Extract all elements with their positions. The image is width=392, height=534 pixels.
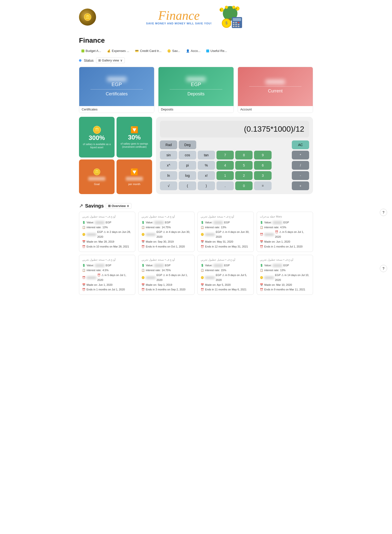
overview-button[interactable]: ⊞ Overview ∨ bbox=[106, 203, 131, 209]
saving-6-value-row: 💲 Value: EGP bbox=[141, 263, 191, 268]
saving-card-5[interactable]: أودع ف • نسخة جطبول تجريي 💲 Value: EGP 📋… bbox=[79, 255, 135, 295]
saving-3-interest: interest rate: bbox=[205, 225, 220, 230]
saving-8-value-row: 💲 Value: EGP bbox=[260, 263, 310, 268]
status-indicator bbox=[79, 59, 81, 62]
calc-pi-button[interactable]: pi bbox=[179, 161, 196, 170]
saving-7-made-row: 📅 Made on: Apr 5, 2020 bbox=[201, 283, 251, 287]
saving-4-made: Made on: Jun 1, 2020 bbox=[264, 239, 290, 244]
gallery-view-button[interactable]: ⊞ Gallery view ∨ bbox=[96, 58, 125, 63]
calc-sqrt-button[interactable]: √ bbox=[160, 181, 177, 190]
tab-savings-label: Sav... bbox=[172, 49, 180, 53]
saving-6-egp-info: EGP ⚠ in 5 days on Jul 1, 2020 bbox=[157, 273, 191, 283]
calc-deg-button[interactable]: Deg bbox=[179, 140, 196, 149]
calc-equals-button[interactable]: = bbox=[254, 181, 271, 190]
saving-card-2[interactable]: أودع ف • نسخة جطبول تجريي 💲 Value: EGP 📋… bbox=[138, 212, 195, 252]
calc-dot-button[interactable]: . bbox=[216, 181, 234, 190]
calc-factorial-button[interactable]: x! bbox=[198, 171, 215, 180]
saving-1-value-icon: 💲 bbox=[82, 220, 86, 225]
saving-4-ends-row: ⏰ Ends in 1 months on Jul 1, 2020 bbox=[260, 244, 310, 249]
saving-5-currency: EGP bbox=[106, 263, 111, 268]
tab-budget[interactable]: Budget A... bbox=[79, 48, 104, 54]
calc-2-button[interactable]: 2 bbox=[235, 171, 253, 180]
calc-multiply-button[interactable]: * bbox=[292, 151, 309, 159]
saving-1-ends: Ends in 10 months on Mar 28, 2021 bbox=[87, 244, 129, 249]
calc-xpow-button[interactable]: x^ bbox=[160, 161, 177, 170]
saving-card-7[interactable]: أودع ف • تسجيل جطبول تجريي 💲 Value: EGP … bbox=[197, 255, 254, 295]
calc-sin-button[interactable]: sin bbox=[160, 151, 177, 159]
calc-5-button[interactable]: 5 bbox=[235, 161, 253, 170]
saving-5-interest: interest rate: bbox=[87, 268, 101, 273]
saving-8-ends-row: ⏰ Ends in 9 months on Mar 11, 2021 bbox=[260, 287, 310, 292]
calc-7-button[interactable]: 7 bbox=[216, 151, 234, 159]
calc-3-button[interactable]: 3 bbox=[254, 171, 271, 180]
tab-useful[interactable]: Useful Re... bbox=[204, 48, 229, 54]
logo-circle: 🪙 bbox=[79, 9, 96, 26]
tab-savings[interactable]: 🪙 Sav... bbox=[165, 48, 182, 54]
saving-8-made-icon: 📅 bbox=[260, 283, 263, 287]
calc-cos-button[interactable]: cos bbox=[179, 151, 196, 159]
calc-ln-button[interactable]: ln bbox=[160, 171, 177, 180]
saving-card-3[interactable]: أودع ف • نسخة جطبول تجريي 💲 Value: EGP 📋… bbox=[197, 212, 254, 252]
deposits-label: Deposits bbox=[158, 106, 233, 113]
saving-card-4[interactable]: خطة مدخرات Mary 💲 Value: EGP 📋 interest … bbox=[257, 212, 313, 252]
calc-log-button[interactable]: log bbox=[179, 171, 196, 180]
saving-8-made: Made on: Mar 10, 2020 bbox=[264, 283, 292, 287]
calc-minus-button[interactable]: - bbox=[292, 171, 309, 180]
saving-2-value-row: 💲 Value: EGP bbox=[141, 220, 191, 225]
calc-percent-button[interactable]: % bbox=[198, 161, 215, 170]
saving-2-egp-val bbox=[146, 233, 156, 236]
stats-section: 🪙 300% of sallary is available as a liqu… bbox=[79, 117, 313, 194]
gallery-label: Gallery view bbox=[102, 59, 119, 62]
calc-4-button[interactable]: 4 bbox=[216, 161, 234, 170]
calc-0-button[interactable]: 0 bbox=[235, 181, 253, 190]
calc-6-button[interactable]: 6 bbox=[254, 161, 271, 170]
saving-7-made: Made on: Apr 5, 2020 bbox=[205, 283, 231, 287]
saving-4-egp-icon: ⏰ bbox=[260, 232, 263, 237]
calc-9-button[interactable]: 9 bbox=[254, 151, 271, 159]
svg-text:$: $ bbox=[220, 9, 221, 11]
stat-300-desc: of sallary is available as a liqued asse… bbox=[83, 143, 111, 149]
calc-plus-button[interactable]: + bbox=[292, 181, 309, 190]
stat-goal-coins-icon: 🪙 bbox=[93, 168, 101, 176]
calc-rad-button[interactable]: Rad bbox=[160, 140, 177, 149]
saving-card-1[interactable]: أودع ف • نسخة جطبول تجريي 💲 Value: EGP 📋… bbox=[79, 212, 135, 252]
saving-8-interest: interest rate: bbox=[264, 268, 279, 273]
saving-1-made-row: 📅 Made on: Mar 28, 2019 bbox=[82, 239, 132, 244]
deposits-title: Deposits bbox=[187, 91, 205, 97]
calc-ac-button[interactable]: AC bbox=[292, 140, 309, 149]
calc-tan-button[interactable]: tan bbox=[198, 151, 215, 159]
svg-rect-16 bbox=[233, 26, 235, 27]
current-card-inner: Current bbox=[238, 67, 313, 106]
saving-1-ends-icon: ⏰ bbox=[82, 244, 86, 249]
calc-1-button[interactable]: 1 bbox=[216, 171, 234, 180]
saving-5-ends-icon: ⏰ bbox=[82, 287, 86, 292]
saving-1-interest-row: 📋 interest rate: 13% bbox=[82, 225, 132, 230]
certificates-card[interactable]: EGP Certificates Certificates bbox=[79, 67, 154, 113]
saving-6-made-icon: 📅 bbox=[141, 283, 145, 287]
tab-expenses[interactable]: 💰 Expenses ... bbox=[105, 48, 132, 54]
saving-1-interest: interest rate: bbox=[87, 225, 101, 230]
calc-8-button[interactable]: 8 bbox=[235, 151, 253, 159]
saving-8-interest-row: 📋 interest rate: 13% bbox=[260, 268, 310, 273]
stat-300-box: 🪙 300% of sallary is available as a liqu… bbox=[79, 117, 115, 158]
calc-rparen-button[interactable]: ) bbox=[198, 181, 215, 190]
saving-card-8[interactable]: أودع ف • نسخة جطبول تجريي 💲 Value: EGP 📋… bbox=[257, 255, 313, 295]
saving-1-ends-row: ⏰ Ends in 10 months on Mar 28, 2021 bbox=[82, 244, 132, 249]
stat-30-desc: of sallary goes to savings (investment c… bbox=[120, 142, 148, 148]
calc-spacer-3 bbox=[273, 161, 290, 170]
calc-spacer-1 bbox=[198, 140, 290, 149]
calc-lparen-button[interactable]: ( bbox=[179, 181, 196, 190]
svg-text:$: $ bbox=[236, 8, 237, 10]
tab-budget-label: Budget A... bbox=[86, 49, 101, 53]
saving-7-value-label: Value: bbox=[205, 263, 212, 268]
deposits-card[interactable]: EGP Deposits Deposits bbox=[158, 67, 234, 113]
saving-4-made-icon: 📅 bbox=[260, 239, 263, 244]
tab-accounts[interactable]: 👤 Acco... bbox=[184, 48, 203, 54]
deposits-value bbox=[186, 77, 206, 82]
saving-7-ends-row: ⏰ Ends in 11 months on May 6, 2021 bbox=[201, 287, 251, 292]
saving-5-interest-icon: 📋 bbox=[82, 268, 86, 273]
calc-divide-button[interactable]: / bbox=[292, 161, 309, 170]
current-account-card[interactable]: Current Account bbox=[238, 67, 313, 113]
tab-credit[interactable]: 💳 Credit Card tr... bbox=[133, 48, 164, 54]
saving-card-6[interactable]: أودع ف • نسخة جطبول تجريي 💲 Value: EGP 📋… bbox=[138, 255, 195, 295]
